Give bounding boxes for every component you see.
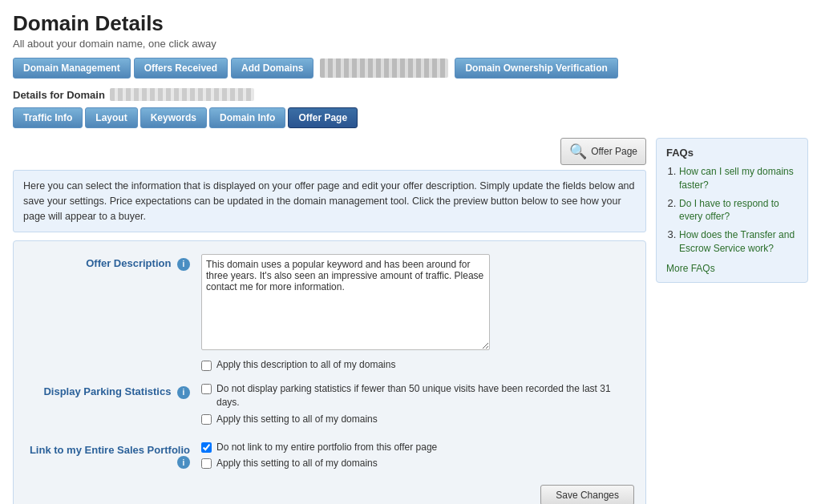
offer-description-textarea[interactable] — [201, 254, 490, 350]
faq-item-3: How does the Transfer and Escrow Service… — [679, 228, 798, 256]
portfolio-checkbox1-row: Do not link to my entire portfolio from … — [201, 441, 634, 454]
preview-btn-label: Offer Page — [591, 146, 637, 157]
nav-offers-received[interactable]: Offers Received — [134, 58, 228, 79]
right-panel: FAQs How can I sell my domains faster? D… — [656, 138, 808, 283]
magnify-icon: 🔍 — [569, 143, 587, 160]
sub-tabs: Traffic Info Layout Keywords Domain Info… — [13, 107, 808, 128]
display-parking-row: Display Parking Statistics i Do not disp… — [25, 382, 634, 429]
parking-checkbox-2-label: Apply this setting to all of my domains — [216, 413, 378, 426]
parking-checkbox-1[interactable] — [201, 384, 212, 394]
nav-domain-ownership[interactable]: Domain Ownership Verification — [455, 58, 617, 79]
details-label: Details for Domain — [13, 89, 105, 101]
display-parking-content: Do not display parking statistics if few… — [201, 382, 634, 429]
info-box: Here you can select the information that… — [13, 170, 646, 232]
parking-checkbox-2[interactable] — [201, 414, 212, 425]
parking-checkbox2-row: Apply this setting to all of my domains — [201, 413, 634, 426]
portfolio-checkbox-2-label: Apply this setting to all of my domains — [216, 457, 378, 470]
domain-name-blurred — [110, 88, 254, 101]
parking-checkbox-1-label: Do not display parking statistics if few… — [216, 382, 634, 409]
portfolio-checkbox-1-label: Do not link to my entire portfolio from … — [216, 441, 437, 454]
display-parking-label: Display Parking Statistics i — [25, 382, 201, 399]
faq-link-2[interactable]: Do I have to respond to every offer? — [679, 198, 779, 223]
nav-add-domains[interactable]: Add Domains — [231, 58, 313, 79]
faq-item-2: Do I have to respond to every offer? — [679, 197, 798, 224]
link-portfolio-label: Link to my Entire Sales Portfolio i — [25, 441, 201, 470]
preview-area: 🔍 Offer Page — [13, 138, 646, 165]
apply-description-all-checkbox[interactable] — [201, 361, 212, 371]
domain-name-nav-blurred — [320, 58, 448, 78]
faq-link-3[interactable]: How does the Transfer and Escrow Service… — [679, 229, 795, 254]
apply-all-description-row: Apply this description to all of my doma… — [201, 359, 634, 371]
faq-title: FAQs — [666, 147, 798, 159]
nav-domain-management[interactable]: Domain Management — [13, 58, 131, 79]
offer-description-info-icon[interactable]: i — [177, 258, 190, 271]
portfolio-checkbox2-row: Apply this setting to all of my domains — [201, 457, 634, 470]
tab-layout[interactable]: Layout — [85, 107, 137, 128]
faq-panel: FAQs How can I sell my domains faster? D… — [656, 138, 808, 283]
preview-offer-page-button[interactable]: 🔍 Offer Page — [560, 138, 646, 165]
offer-description-row: Offer Description i Apply this descripti… — [25, 254, 634, 371]
more-faqs: More FAQs — [666, 262, 798, 274]
tab-keywords[interactable]: Keywords — [140, 107, 207, 128]
more-faqs-link[interactable]: More FAQs — [666, 263, 715, 274]
tab-domain-info[interactable]: Domain Info — [209, 107, 285, 128]
details-row: Details for Domain — [13, 88, 808, 101]
portfolio-checkbox-1[interactable] — [201, 442, 212, 453]
page-subtitle: All about your domain name, one click aw… — [13, 38, 808, 50]
apply-description-all-label: Apply this description to all of my doma… — [216, 359, 395, 370]
offer-description-content: Apply this description to all of my doma… — [201, 254, 634, 371]
left-panel: 🔍 Offer Page Here you can select the inf… — [13, 138, 646, 504]
parking-checkbox1-row: Do not display parking statistics if few… — [201, 382, 634, 409]
faq-link-1[interactable]: How can I sell my domains faster? — [679, 166, 794, 191]
link-portfolio-row: Link to my Entire Sales Portfolio i Do n… — [25, 441, 634, 474]
save-row: Save Changes — [25, 485, 634, 504]
save-changes-button[interactable]: Save Changes — [540, 485, 634, 504]
top-nav: Domain Management Offers Received Add Do… — [13, 58, 808, 79]
faq-item-1: How can I sell my domains faster? — [679, 165, 798, 192]
portfolio-checkbox-2[interactable] — [201, 458, 212, 469]
link-portfolio-info-icon[interactable]: i — [177, 456, 190, 469]
tab-offer-page[interactable]: Offer Page — [288, 107, 358, 128]
link-portfolio-content: Do not link to my entire portfolio from … — [201, 441, 634, 474]
offer-description-label: Offer Description i — [25, 254, 201, 271]
display-parking-info-icon[interactable]: i — [177, 386, 190, 399]
page-title: Domain Details — [13, 11, 808, 36]
tab-traffic-info[interactable]: Traffic Info — [13, 107, 83, 128]
faq-list: How can I sell my domains faster? Do I h… — [666, 165, 798, 256]
main-content: 🔍 Offer Page Here you can select the inf… — [13, 138, 808, 504]
form-panel: Offer Description i Apply this descripti… — [13, 240, 646, 504]
